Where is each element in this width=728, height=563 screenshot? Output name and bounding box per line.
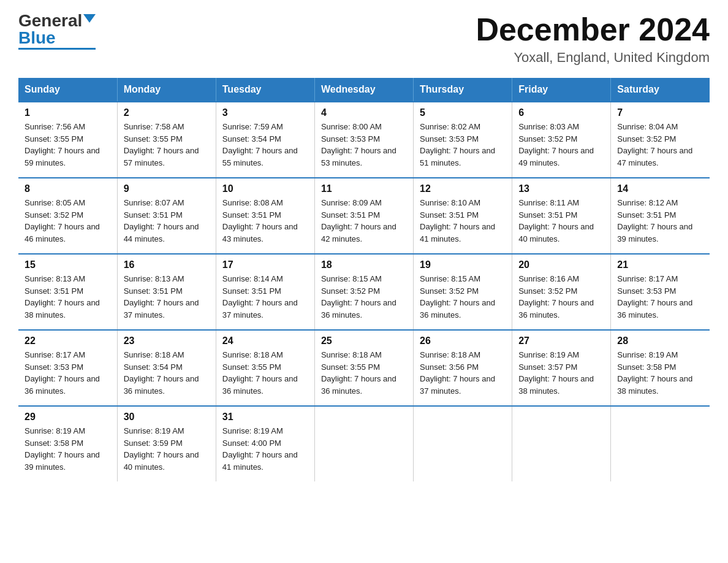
- day-info: Sunrise: 8:19 AMSunset: 3:58 PMDaylight:…: [25, 426, 100, 472]
- day-info: Sunrise: 8:07 AMSunset: 3:51 PMDaylight:…: [124, 198, 199, 243]
- day-cell: 20 Sunrise: 8:16 AMSunset: 3:52 PMDaylig…: [512, 254, 611, 330]
- day-number: 2: [124, 107, 210, 118]
- day-info: Sunrise: 8:13 AMSunset: 3:51 PMDaylight:…: [124, 274, 199, 320]
- day-number: 5: [420, 107, 506, 118]
- day-cell: 28 Sunrise: 8:19 AMSunset: 3:58 PMDaylig…: [611, 330, 710, 406]
- day-cell: 15 Sunrise: 8:13 AMSunset: 3:51 PMDaylig…: [18, 254, 117, 330]
- day-number: 4: [321, 107, 407, 118]
- day-info: Sunrise: 8:05 AMSunset: 3:52 PMDaylight:…: [25, 198, 100, 243]
- day-info: Sunrise: 8:16 AMSunset: 3:52 PMDaylight:…: [518, 274, 594, 320]
- day-info: Sunrise: 8:09 AMSunset: 3:51 PMDaylight:…: [321, 198, 396, 243]
- day-info: Sunrise: 8:19 AMSunset: 3:58 PMDaylight:…: [617, 350, 692, 396]
- day-info: Sunrise: 8:11 AMSunset: 3:51 PMDaylight:…: [518, 198, 594, 243]
- week-row-3: 15 Sunrise: 8:13 AMSunset: 3:51 PMDaylig…: [18, 254, 710, 330]
- day-info: Sunrise: 8:17 AMSunset: 3:53 PMDaylight:…: [25, 350, 100, 396]
- day-cell: 14 Sunrise: 8:12 AMSunset: 3:51 PMDaylig…: [611, 178, 710, 254]
- day-number: 25: [321, 335, 407, 347]
- day-cell: [414, 406, 512, 481]
- day-cell: 26 Sunrise: 8:18 AMSunset: 3:56 PMDaylig…: [414, 330, 512, 406]
- day-cell: 12 Sunrise: 8:10 AMSunset: 3:51 PMDaylig…: [414, 178, 512, 254]
- day-info: Sunrise: 8:17 AMSunset: 3:53 PMDaylight:…: [617, 274, 692, 320]
- day-number: 14: [617, 183, 703, 194]
- day-cell: [611, 406, 710, 481]
- day-cell: 7 Sunrise: 8:04 AMSunset: 3:52 PMDayligh…: [611, 102, 710, 178]
- day-number: 22: [25, 335, 111, 347]
- day-info: Sunrise: 7:56 AMSunset: 3:55 PMDaylight:…: [25, 122, 100, 167]
- day-info: Sunrise: 7:58 AMSunset: 3:55 PMDaylight:…: [124, 122, 199, 167]
- day-cell: [314, 406, 413, 481]
- day-number: 21: [617, 259, 703, 270]
- header-cell-tuesday: Tuesday: [216, 78, 314, 102]
- day-number: 18: [321, 259, 407, 270]
- header-cell-saturday: Saturday: [611, 78, 710, 102]
- header-cell-friday: Friday: [512, 78, 611, 102]
- day-number: 26: [420, 335, 506, 347]
- day-cell: 27 Sunrise: 8:19 AMSunset: 3:57 PMDaylig…: [512, 330, 611, 406]
- month-title: December 2024: [476, 12, 710, 47]
- day-info: Sunrise: 8:10 AMSunset: 3:51 PMDaylight:…: [420, 198, 495, 243]
- day-number: 17: [222, 259, 308, 270]
- header-cell-thursday: Thursday: [414, 78, 512, 102]
- day-cell: 29 Sunrise: 8:19 AMSunset: 3:58 PMDaylig…: [18, 406, 117, 481]
- day-cell: 18 Sunrise: 8:15 AMSunset: 3:52 PMDaylig…: [314, 254, 413, 330]
- logo-general-text: General: [18, 12, 82, 29]
- day-info: Sunrise: 8:19 AMSunset: 4:00 PMDaylight:…: [222, 426, 298, 472]
- day-number: 6: [518, 107, 604, 118]
- day-number: 20: [518, 259, 604, 270]
- week-row-1: 1 Sunrise: 7:56 AMSunset: 3:55 PMDayligh…: [18, 102, 710, 178]
- day-info: Sunrise: 8:00 AMSunset: 3:53 PMDaylight:…: [321, 122, 396, 167]
- day-number: 9: [124, 183, 210, 194]
- day-info: Sunrise: 8:13 AMSunset: 3:51 PMDaylight:…: [25, 274, 100, 320]
- day-number: 19: [420, 259, 506, 270]
- day-cell: 17 Sunrise: 8:14 AMSunset: 3:51 PMDaylig…: [216, 254, 314, 330]
- day-number: 10: [222, 183, 308, 194]
- day-info: Sunrise: 8:04 AMSunset: 3:52 PMDaylight:…: [617, 122, 692, 167]
- day-number: 13: [518, 183, 604, 194]
- day-info: Sunrise: 8:18 AMSunset: 3:55 PMDaylight:…: [321, 350, 396, 396]
- title-section: December 2024 Yoxall, England, United Ki…: [476, 12, 710, 66]
- day-number: 11: [321, 183, 407, 194]
- location-label: Yoxall, England, United Kingdom: [476, 50, 710, 66]
- day-cell: 22 Sunrise: 8:17 AMSunset: 3:53 PMDaylig…: [18, 330, 117, 406]
- day-cell: 21 Sunrise: 8:17 AMSunset: 3:53 PMDaylig…: [611, 254, 710, 330]
- day-cell: 3 Sunrise: 7:59 AMSunset: 3:54 PMDayligh…: [216, 102, 314, 178]
- day-cell: 16 Sunrise: 8:13 AMSunset: 3:51 PMDaylig…: [117, 254, 216, 330]
- day-info: Sunrise: 8:12 AMSunset: 3:51 PMDaylight:…: [617, 198, 692, 243]
- day-info: Sunrise: 8:03 AMSunset: 3:52 PMDaylight:…: [518, 122, 594, 167]
- day-info: Sunrise: 7:59 AMSunset: 3:54 PMDaylight:…: [222, 122, 298, 167]
- day-cell: 6 Sunrise: 8:03 AMSunset: 3:52 PMDayligh…: [512, 102, 611, 178]
- day-cell: 1 Sunrise: 7:56 AMSunset: 3:55 PMDayligh…: [18, 102, 117, 178]
- day-info: Sunrise: 8:15 AMSunset: 3:52 PMDaylight:…: [321, 274, 396, 320]
- day-info: Sunrise: 8:18 AMSunset: 3:54 PMDaylight:…: [124, 350, 199, 396]
- day-info: Sunrise: 8:02 AMSunset: 3:53 PMDaylight:…: [420, 122, 495, 167]
- day-number: 16: [124, 259, 210, 270]
- week-row-2: 8 Sunrise: 8:05 AMSunset: 3:52 PMDayligh…: [18, 178, 710, 254]
- day-number: 7: [617, 107, 703, 118]
- day-cell: 11 Sunrise: 8:09 AMSunset: 3:51 PMDaylig…: [314, 178, 413, 254]
- day-cell: 25 Sunrise: 8:18 AMSunset: 3:55 PMDaylig…: [314, 330, 413, 406]
- logo: General Blue: [18, 12, 96, 50]
- week-row-4: 22 Sunrise: 8:17 AMSunset: 3:53 PMDaylig…: [18, 330, 710, 406]
- day-info: Sunrise: 8:15 AMSunset: 3:52 PMDaylight:…: [420, 274, 495, 320]
- day-cell: 9 Sunrise: 8:07 AMSunset: 3:51 PMDayligh…: [117, 178, 216, 254]
- day-cell: 24 Sunrise: 8:18 AMSunset: 3:55 PMDaylig…: [216, 330, 314, 406]
- day-number: 3: [222, 107, 308, 118]
- day-cell: 4 Sunrise: 8:00 AMSunset: 3:53 PMDayligh…: [314, 102, 413, 178]
- day-number: 24: [222, 335, 308, 347]
- day-number: 31: [222, 412, 308, 423]
- header-cell-wednesday: Wednesday: [314, 78, 413, 102]
- logo-underline: [18, 48, 96, 50]
- logo-triangle-icon: [83, 14, 96, 23]
- day-cell: 2 Sunrise: 7:58 AMSunset: 3:55 PMDayligh…: [117, 102, 216, 178]
- day-number: 30: [124, 412, 210, 423]
- header-row: SundayMondayTuesdayWednesdayThursdayFrid…: [18, 78, 710, 102]
- day-cell: [512, 406, 611, 481]
- day-number: 23: [124, 335, 210, 347]
- day-cell: 5 Sunrise: 8:02 AMSunset: 3:53 PMDayligh…: [414, 102, 512, 178]
- day-cell: 19 Sunrise: 8:15 AMSunset: 3:52 PMDaylig…: [414, 254, 512, 330]
- day-number: 28: [617, 335, 703, 347]
- day-info: Sunrise: 8:18 AMSunset: 3:55 PMDaylight:…: [222, 350, 298, 396]
- day-cell: 23 Sunrise: 8:18 AMSunset: 3:54 PMDaylig…: [117, 330, 216, 406]
- calendar-body: 1 Sunrise: 7:56 AMSunset: 3:55 PMDayligh…: [18, 102, 710, 481]
- day-number: 15: [25, 259, 111, 270]
